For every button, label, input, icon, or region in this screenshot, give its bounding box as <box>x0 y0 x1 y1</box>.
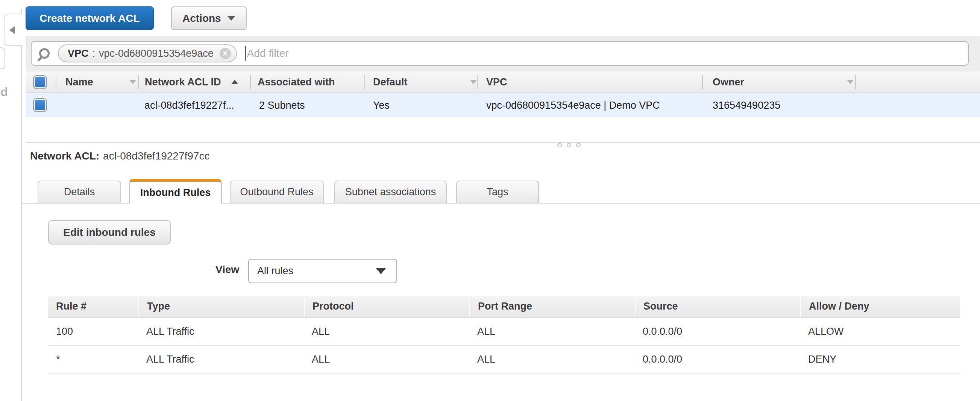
rules-col-protocol: Protocol <box>304 296 469 317</box>
tab-details[interactable]: Details <box>38 181 121 203</box>
cell-source: 0.0.0.0/0 <box>635 346 800 373</box>
network-acl-console-page: d Create network ACL Actions VPC : vpc-0… <box>0 0 980 401</box>
column-header-owner[interactable]: Owner <box>713 76 744 88</box>
sort-down-icon[interactable] <box>470 80 477 84</box>
detail-heading: Network ACL: acl-08d3fef19227f97cc <box>30 150 210 162</box>
detail-heading-label: Network ACL: <box>30 150 99 162</box>
acl-table-header: Name Network ACL ID Associated with Defa… <box>25 72 980 93</box>
edit-inbound-rules-button[interactable]: Edit inbound rules <box>48 220 171 245</box>
inbound-rules-table: Rule # Type Protocol Port Range Source A… <box>48 296 960 374</box>
tab-inbound-rules[interactable]: Inbound Rules <box>129 179 222 204</box>
rules-col-type: Type <box>138 296 304 317</box>
filter-tag-value: vpc-0d6800915354e9ace <box>99 48 213 59</box>
cell-associated-link[interactable]: 2 Subnets <box>259 100 305 111</box>
pane-drag-handle[interactable] <box>557 143 581 148</box>
rules-col-portrange: Port Range <box>469 296 635 317</box>
column-header-default[interactable]: Default <box>373 76 408 88</box>
view-dropdown[interactable]: All rules <box>248 259 397 283</box>
tab-label: Tags <box>487 186 508 198</box>
cell-type: ALL Traffic <box>138 318 304 345</box>
cell-default: Yes <box>373 100 390 111</box>
tab-label: Outbound Rules <box>240 186 313 198</box>
tab-subnet-associations[interactable]: Subnet associations <box>334 181 447 203</box>
acl-table-row-selected[interactable]: acl-08d3fef19227f... 2 Subnets Yes vpc-0… <box>25 93 980 117</box>
tab-outbound-rules[interactable]: Outbound Rules <box>230 181 324 203</box>
cell-protocol: ALL <box>304 346 469 373</box>
pane-divider <box>25 142 980 143</box>
cell-type: ALL Traffic <box>138 346 304 373</box>
select-all-checkbox[interactable] <box>33 75 47 89</box>
sort-down-icon[interactable] <box>847 80 854 84</box>
sidebar-text-fragment: d <box>1 85 8 99</box>
detail-heading-value: acl-08d3fef19227f97cc <box>103 150 210 162</box>
sidebar-divider <box>21 9 22 401</box>
actions-button[interactable]: Actions <box>171 6 247 30</box>
column-divider <box>855 75 856 89</box>
edit-inbound-rules-label: Edit inbound rules <box>63 226 156 239</box>
filter-strip: VPC : vpc-0d6800915354e9ace × <box>25 36 980 72</box>
tab-tags[interactable]: Tags <box>456 181 539 203</box>
actions-label: Actions <box>182 13 221 24</box>
tab-label: Details <box>64 186 95 198</box>
cell-allow-deny: DENY <box>800 346 960 373</box>
cell-acl-id: acl-08d3fef19227f... <box>145 100 234 111</box>
column-divider <box>364 75 365 89</box>
filter-search-box[interactable]: VPC : vpc-0d6800915354e9ace × <box>31 41 969 66</box>
create-network-acl-label: Create network ACL <box>40 13 140 24</box>
view-label: View <box>215 264 239 276</box>
column-divider <box>138 75 139 89</box>
cell-port-range: ALL <box>469 346 635 373</box>
cell-protocol: ALL <box>304 318 469 345</box>
rules-col-rule: Rule # <box>48 296 138 317</box>
cell-allow-deny: ALLOW <box>800 318 960 345</box>
column-divider <box>477 75 477 89</box>
rule-row: 100 ALL Traffic ALL ALL 0.0.0.0/0 ALLOW <box>48 318 960 346</box>
sort-down-icon[interactable] <box>129 80 136 84</box>
create-network-acl-button[interactable]: Create network ACL <box>25 6 154 30</box>
column-header-name[interactable]: Name <box>65 76 93 88</box>
rules-table-header: Rule # Type Protocol Port Range Source A… <box>48 296 960 318</box>
cell-rule-num: 100 <box>48 318 138 345</box>
cell-port-range: ALL <box>469 318 635 345</box>
column-divider <box>702 75 703 89</box>
sidebar-partial-button <box>0 48 5 69</box>
filter-tag-separator: : <box>92 48 95 59</box>
column-divider <box>250 75 251 89</box>
search-icon <box>39 48 49 59</box>
column-header-vpc[interactable]: VPC <box>486 76 507 88</box>
chevron-down-icon <box>227 16 235 21</box>
cell-vpc-link[interactable]: vpc-0d6800915354e9ace | Demo VPC <box>486 100 660 111</box>
rule-row: * ALL Traffic ALL ALL 0.0.0.0/0 DENY <box>48 346 960 374</box>
rules-col-allowdeny: Allow / Deny <box>800 296 960 317</box>
dropdown-caret-icon <box>376 268 386 274</box>
collapse-panel-toggle[interactable] <box>4 14 22 46</box>
column-header-associated[interactable]: Associated with <box>258 76 335 88</box>
sort-up-icon[interactable] <box>231 80 238 84</box>
cell-owner: 316549490235 <box>713 100 780 111</box>
column-header-acl-id[interactable]: Network ACL ID <box>145 76 221 88</box>
vpc-filter-tag[interactable]: VPC : vpc-0d6800915354e9ace × <box>58 45 237 62</box>
tab-label: Subnet associations <box>345 186 436 198</box>
collapse-left-arrow-icon <box>10 26 15 34</box>
column-divider <box>56 75 56 89</box>
remove-filter-icon[interactable]: × <box>220 48 231 59</box>
filter-tag-key: VPC <box>68 48 89 59</box>
view-dropdown-value: All rules <box>257 265 293 277</box>
cell-rule-num: * <box>48 346 138 373</box>
cell-source: 0.0.0.0/0 <box>635 318 800 345</box>
row-checkbox[interactable] <box>33 98 47 112</box>
tab-label: Inbound Rules <box>140 187 211 199</box>
rules-col-source: Source <box>635 296 800 317</box>
add-filter-input[interactable] <box>246 48 968 59</box>
